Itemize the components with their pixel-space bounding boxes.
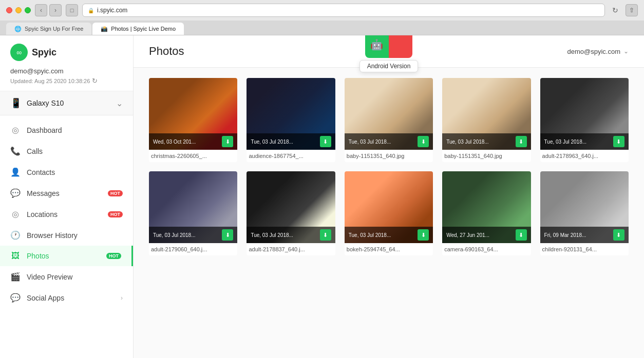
sidebar-item-label: Calls <box>27 147 123 155</box>
address-bar[interactable]: 🔒 i.spyic.com <box>82 4 605 17</box>
device-info: 📱 Galaxy S10 <box>10 97 64 109</box>
photo-overlay: Tue, 03 Jul 2018... ⬇ <box>540 133 629 150</box>
device-icon: 📱 <box>10 97 22 109</box>
photo-thumbnail: Tue, 03 Jul 2018... ⬇ <box>247 78 335 150</box>
messages-icon: 💬 <box>10 188 21 198</box>
photo-filename: adult-2178963_640.j... <box>540 150 629 162</box>
tab-signup-icon: 🌐 <box>14 26 22 32</box>
download-button[interactable]: ⬇ <box>613 229 624 241</box>
sidebar-header: ∞ Spyic demo@spyic.com Updated: Aug 25 2… <box>0 35 133 91</box>
photo-thumbnail: Wed, 03 Oct 201... ⬇ <box>149 78 237 150</box>
photo-date: Wed, 03 Oct 201... <box>153 139 196 145</box>
sidebar-item-label: Locations <box>27 210 102 218</box>
download-button[interactable]: ⬇ <box>418 229 429 241</box>
sidebar-item-social-apps[interactable]: 💬 Social Apps › <box>0 287 133 308</box>
photo-overlay: Wed, 03 Oct 201... ⬇ <box>149 133 237 150</box>
platform-tooltip: Android Version <box>359 60 419 72</box>
photo-thumbnail: Wed, 27 Jun 201... ⬇ <box>442 171 531 243</box>
photo-overlay: Wed, 27 Jun 201... ⬇ <box>442 227 531 243</box>
sidebar-item-video-preview[interactable]: 🎬 Video Preview <box>0 266 133 287</box>
url-text: i.spyic.com <box>97 7 127 14</box>
forward-button[interactable]: › <box>49 4 62 16</box>
close-button[interactable] <box>6 7 12 13</box>
photo-item[interactable]: Tue, 03 Jul 2018... ⬇ audience-1867754_.… <box>247 78 335 162</box>
photo-thumbnail: Tue, 03 Jul 2018... ⬇ <box>442 78 531 150</box>
photo-filename: children-920131_64... <box>540 243 629 255</box>
device-selector[interactable]: 📱 Galaxy S10 ⌄ <box>0 91 133 115</box>
photo-item[interactable]: Tue, 03 Jul 2018... ⬇ adult-2179060_640.… <box>149 171 237 255</box>
sidebar-item-label: Video Preview <box>27 273 123 281</box>
page-title: Photos <box>149 45 184 58</box>
refresh-icon[interactable]: ↻ <box>92 77 98 85</box>
photo-thumbnail: Tue, 03 Jul 2018... ⬇ <box>345 171 433 243</box>
photo-item[interactable]: Tue, 03 Jul 2018... ⬇ bokeh-2594745_64..… <box>345 171 433 255</box>
photo-filename: audience-1867754_... <box>247 150 335 162</box>
share-button[interactable]: ⇧ <box>626 4 638 16</box>
photos-icon: 🖼 <box>10 251 21 261</box>
sidebar-item-browser-history[interactable]: 🕐 Browser History <box>0 225 133 246</box>
photo-item[interactable]: Fri, 09 Mar 2018... ⬇ children-920131_64… <box>540 171 629 255</box>
photo-overlay: Tue, 03 Jul 2018... ⬇ <box>247 227 335 243</box>
sidebar-item-dashboard[interactable]: ◎ Dashboard <box>0 120 133 141</box>
tab-photos[interactable]: 📸 Photos | Spyic Live Demo <box>92 23 184 35</box>
tab-photos-icon: 📸 <box>101 26 108 32</box>
browser-titlebar: ‹ › □ 🔒 i.spyic.com ↻ ⇧ <box>0 0 644 21</box>
traffic-lights <box>6 7 31 13</box>
download-button[interactable]: ⬇ <box>516 136 527 147</box>
reload-button[interactable]: ↻ <box>609 4 621 16</box>
photo-item[interactable]: Tue, 03 Jul 2018... ⬇ adult-2178963_640.… <box>540 78 629 162</box>
sidebar-item-label: Contacts <box>27 168 123 176</box>
sidebar-user-email: demo@spyic.com <box>10 67 123 75</box>
photo-item[interactable]: Wed, 03 Oct 201... ⬇ christmas-2260605_.… <box>149 78 237 162</box>
device-chevron-icon: ⌄ <box>116 98 123 108</box>
browser-tabs: 🌐 Spyic Sign Up For Free 📸 Photos | Spyi… <box>0 21 644 35</box>
photo-date: Fri, 09 Mar 2018... <box>544 232 586 238</box>
photo-item[interactable]: Tue, 03 Jul 2018... ⬇ baby-1151351_640.j… <box>345 78 433 162</box>
maximize-button[interactable] <box>25 7 31 13</box>
minimize-button[interactable] <box>15 7 22 13</box>
header-chevron-icon: ⌄ <box>623 48 629 55</box>
logo-container: ∞ Spyic <box>10 44 123 61</box>
lock-icon: 🔒 <box>88 8 94 13</box>
photo-item[interactable]: Tue, 03 Jul 2018... ⬇ baby-1151351_640.j… <box>442 78 531 162</box>
header-user[interactable]: demo@spyic.com ⌄ <box>567 48 629 55</box>
download-button[interactable]: ⬇ <box>320 136 331 147</box>
sidebar-item-locations[interactable]: ◎ Locations HOT <box>0 204 133 225</box>
android-platform-button[interactable]: 🤖 <box>365 35 389 58</box>
photo-overlay: Tue, 03 Jul 2018... ⬇ <box>345 133 433 150</box>
sidebar-item-contacts[interactable]: 👤 Contacts <box>0 162 133 183</box>
sidebar-item-messages[interactable]: 💬 Messages HOT <box>0 183 133 204</box>
photo-date: Tue, 03 Jul 2018... <box>251 232 293 238</box>
photo-overlay: Fri, 09 Mar 2018... ⬇ <box>540 227 629 243</box>
photo-date: Tue, 03 Jul 2018... <box>446 139 488 145</box>
photo-thumbnail: Fri, 09 Mar 2018... ⬇ <box>540 171 629 243</box>
download-button[interactable]: ⬇ <box>516 229 527 241</box>
photo-filename: adult-2179060_640.j... <box>149 243 237 255</box>
ios-platform-button[interactable] <box>389 35 412 58</box>
back-button[interactable]: ‹ <box>35 4 47 16</box>
download-button[interactable]: ⬇ <box>418 136 429 147</box>
locations-badge: HOT <box>108 211 123 217</box>
sidebar-item-label: Photos <box>27 252 100 260</box>
platform-toggle: 🤖 <box>365 35 412 58</box>
device-name: Galaxy S10 <box>27 99 64 107</box>
photo-overlay: Tue, 03 Jul 2018... ⬇ <box>442 133 531 150</box>
sidebar-item-calls[interactable]: 📞 Calls <box>0 141 133 162</box>
android-icon: 🤖 <box>370 38 383 51</box>
sidebar-item-label: Browser History <box>27 231 123 240</box>
photo-item[interactable]: Tue, 03 Jul 2018... ⬇ adult-2178837_640.… <box>247 171 335 255</box>
photo-thumbnail: Tue, 03 Jul 2018... ⬇ <box>247 171 335 243</box>
spyic-logo-icon: ∞ <box>10 44 28 61</box>
sidebar-item-photos[interactable]: 🖼 Photos HOT <box>0 246 133 266</box>
tab-signup[interactable]: 🌐 Spyic Sign Up For Free <box>6 23 91 35</box>
nav-buttons: ‹ › <box>35 4 62 16</box>
photo-item[interactable]: Wed, 27 Jun 201... ⬇ camera-690163_64... <box>442 171 531 255</box>
window-button[interactable]: □ <box>66 4 78 16</box>
photos-grid: Wed, 03 Oct 201... ⬇ christmas-2260605_.… <box>134 68 644 266</box>
download-button[interactable]: ⬇ <box>613 136 624 147</box>
download-button[interactable]: ⬇ <box>320 229 331 241</box>
download-button[interactable]: ⬇ <box>222 229 233 241</box>
download-button[interactable]: ⬇ <box>222 136 233 147</box>
nav-menu: ◎ Dashboard 📞 Calls 👤 Contacts 💬 Message… <box>0 115 133 358</box>
photo-filename: baby-1151351_640.jpg <box>345 150 433 162</box>
